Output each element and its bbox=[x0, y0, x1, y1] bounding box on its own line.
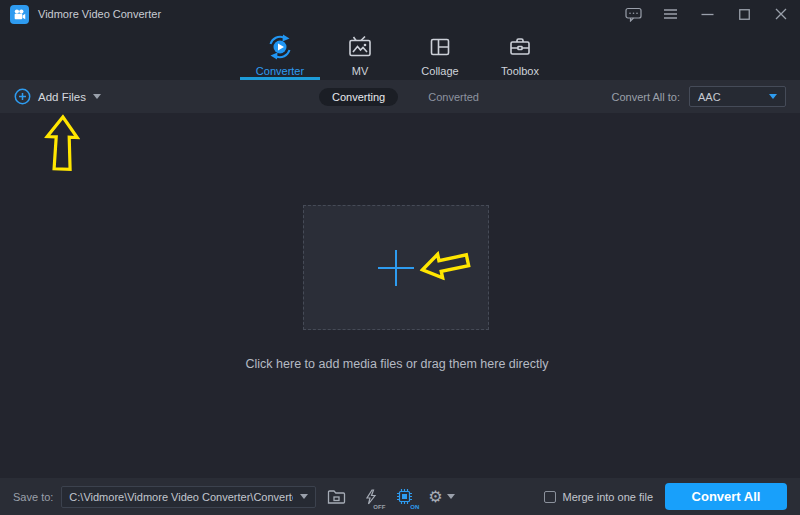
feedback-comment-icon[interactable] bbox=[624, 5, 642, 23]
save-path-caret-icon bbox=[293, 494, 315, 499]
app-logo-icon bbox=[10, 5, 29, 24]
open-folder-button[interactable] bbox=[323, 484, 350, 510]
tab-converting[interactable]: Converting bbox=[319, 88, 398, 106]
main-nav: Converter MV Collage Toolbox bbox=[0, 28, 800, 80]
converting-converted-tabs: Converting Converted bbox=[319, 80, 479, 113]
hamburger-menu-icon[interactable] bbox=[661, 5, 679, 23]
merge-label: Merge into one file bbox=[563, 491, 654, 503]
save-path-value: C:\Vidmore\Vidmore Video Converter\Conve… bbox=[62, 491, 293, 503]
minimize-icon[interactable] bbox=[698, 5, 716, 23]
hardware-accel-toggle[interactable]: OFF bbox=[357, 484, 384, 510]
tab-toolbox-label: Toolbox bbox=[501, 65, 539, 77]
dropzone-hint-text: Click here to add media files or drag th… bbox=[0, 357, 794, 371]
tab-toolbox[interactable]: Toolbox bbox=[480, 28, 560, 80]
title-bar: Vidmore Video Converter bbox=[0, 0, 800, 28]
window-title: Vidmore Video Converter bbox=[38, 8, 161, 20]
close-icon[interactable] bbox=[772, 5, 790, 23]
convert-all-button[interactable]: Convert All bbox=[665, 483, 787, 510]
add-files-caret-icon bbox=[93, 94, 101, 99]
hardware-accel-state: OFF bbox=[373, 504, 385, 510]
save-to-label: Save to: bbox=[13, 491, 53, 503]
format-caret-icon bbox=[769, 94, 777, 99]
gpu-accel-state: ON bbox=[410, 504, 419, 510]
tab-converted[interactable]: Converted bbox=[428, 91, 479, 103]
lightning-bolt-icon bbox=[364, 489, 378, 505]
window-controls bbox=[624, 5, 790, 23]
tab-converter-label: Converter bbox=[256, 65, 304, 77]
merge-checkbox[interactable] bbox=[544, 491, 556, 503]
merge-group: Merge into one file bbox=[544, 491, 654, 503]
add-media-plus-icon bbox=[376, 248, 416, 288]
convert-all-to-group: Convert All to: AAC bbox=[612, 86, 786, 107]
open-folder-icon bbox=[327, 489, 346, 505]
maximize-icon[interactable] bbox=[735, 5, 753, 23]
add-files-button[interactable]: Add Files bbox=[14, 88, 101, 105]
convert-all-to-label: Convert All to: bbox=[612, 91, 680, 103]
output-format-value: AAC bbox=[698, 91, 721, 103]
mv-tv-icon bbox=[348, 34, 372, 60]
file-toolbar: Add Files Converting Converted Convert A… bbox=[0, 80, 800, 113]
yellow-up-arrow-annotation bbox=[43, 113, 81, 172]
save-path-select[interactable]: C:\Vidmore\Vidmore Video Converter\Conve… bbox=[61, 486, 316, 508]
gpu-chip-icon bbox=[396, 488, 413, 505]
toolbox-briefcase-icon bbox=[508, 34, 532, 60]
add-files-plus-circle-icon bbox=[14, 88, 31, 105]
tab-collage[interactable]: Collage bbox=[400, 28, 480, 80]
settings-caret-icon bbox=[447, 494, 455, 499]
output-format-select[interactable]: AAC bbox=[689, 86, 786, 107]
tab-mv[interactable]: MV bbox=[320, 28, 400, 80]
tab-mv-label: MV bbox=[352, 65, 369, 77]
tab-converter[interactable]: Converter bbox=[240, 28, 320, 80]
gpu-accel-toggle[interactable]: ON bbox=[391, 484, 418, 510]
converter-refresh-play-icon bbox=[267, 34, 293, 60]
collage-grid-icon bbox=[428, 34, 452, 60]
settings-button[interactable]: ⚙ bbox=[428, 489, 454, 505]
tab-collage-label: Collage bbox=[421, 65, 458, 77]
gear-icon: ⚙ bbox=[428, 489, 442, 505]
file-list-area: Click here to add media files or drag th… bbox=[0, 113, 800, 478]
add-files-label: Add Files bbox=[38, 91, 86, 103]
bottom-bar: Save to: C:\Vidmore\Vidmore Video Conver… bbox=[0, 478, 800, 515]
